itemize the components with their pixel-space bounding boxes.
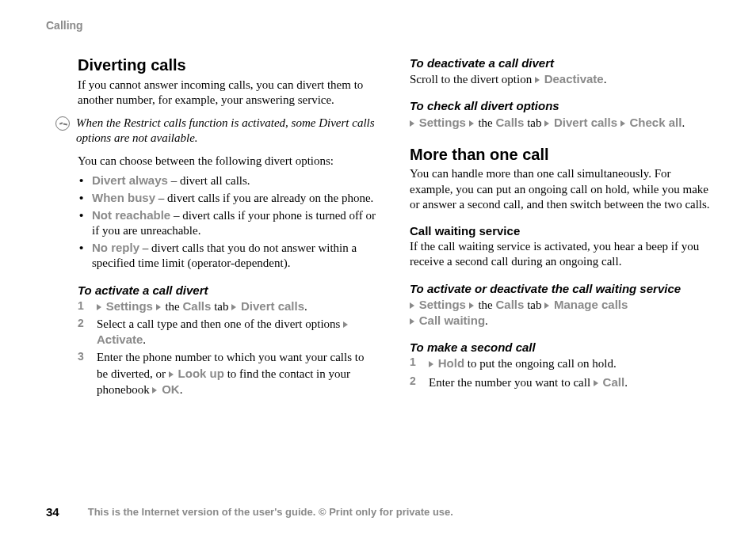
arrow-icon — [544, 302, 549, 309]
note-text: When the Restrict calls function is acti… — [76, 116, 378, 146]
text-tab: tab — [524, 116, 544, 129]
ui-look-up: Look up — [178, 367, 224, 380]
heading-to-deactivate: To deactivate a call divert — [410, 55, 710, 70]
arrow-icon — [469, 302, 474, 309]
ui-hold: Hold — [438, 356, 464, 370]
text-period: . — [682, 116, 685, 129]
ui-check-all: Check all — [630, 116, 682, 129]
section-header: Calling — [46, 19, 718, 32]
ui-call-waiting: Call waiting — [419, 314, 485, 327]
page-number: 34 — [46, 505, 59, 519]
right-column: To deactivate a call divert Scroll to th… — [410, 55, 710, 400]
divert-options-list: Divert always – divert all calls. When b… — [78, 173, 378, 272]
ui-calls-tab: Calls — [496, 116, 525, 129]
option-desc: – divert calls if you are already on the… — [155, 192, 373, 204]
arrow-icon — [410, 302, 414, 309]
text-period: . — [180, 383, 183, 396]
text-period: . — [624, 376, 628, 389]
arrow-icon — [620, 120, 625, 127]
arrow-icon — [343, 321, 348, 328]
heading-make-second-call: To make a second call — [410, 340, 710, 355]
waiting-activate-line: Settings the Calls tab Manage calls Call… — [410, 297, 710, 329]
second-call-steps: Hold to put the ongoing call on hold. En… — [410, 355, 710, 390]
arrow-icon — [594, 380, 598, 386]
arrow-icon — [156, 304, 161, 310]
ui-calls-tab: Calls — [496, 298, 525, 311]
step-text: Enter the number you want to call — [429, 376, 594, 389]
option-not-reachable: Not reachable – divert calls if your pho… — [78, 207, 378, 238]
arrow-icon — [410, 120, 414, 127]
heading-call-waiting-service: Call waiting service — [410, 223, 710, 238]
ui-divert-calls: Divert calls — [554, 116, 617, 129]
waiting-paragraph: If the call waiting service is activated… — [410, 239, 710, 269]
ui-calls-tab: Calls — [183, 299, 212, 313]
ui-ok: OK — [162, 382, 180, 396]
option-no-reply: No reply – divert calls that you do not … — [78, 240, 378, 271]
heading-activate-waiting: To activate or deactivate the call waiti… — [410, 281, 710, 296]
arrow-icon — [410, 318, 414, 325]
ui-divert-calls: Divert calls — [241, 299, 304, 313]
arrow-icon — [97, 304, 101, 310]
ui-deactivate: Deactivate — [544, 72, 604, 86]
step-text: Select a call type and then one of the d… — [97, 317, 343, 330]
ui-settings: Settings — [419, 298, 466, 311]
option-label: Divert always — [92, 173, 168, 187]
option-label: Not reachable — [92, 208, 170, 222]
step-3: Enter the phone number to which you want… — [78, 350, 378, 397]
note-restrict-calls: When the Restrict calls function is acti… — [55, 116, 378, 146]
arrow-icon — [469, 120, 474, 127]
text-tab: tab — [524, 298, 544, 311]
option-when-busy: When busy – divert calls if you are alre… — [78, 190, 378, 206]
heading-to-activate: To activate a call divert — [78, 283, 378, 298]
activate-steps: Settings the Calls tab Divert calls. Sel… — [78, 298, 378, 397]
step-text: to put the ongoing call on hold. — [464, 357, 617, 370]
arrow-icon — [169, 371, 174, 378]
deactivate-line: Scroll to the divert option Deactivate. — [410, 71, 710, 87]
ui-settings: Settings — [106, 299, 153, 313]
footer-text: This is the Internet version of the user… — [88, 506, 453, 518]
arrow-icon — [152, 387, 157, 393]
text-period: . — [604, 73, 607, 86]
intro-paragraph: If you cannot answer incoming calls, you… — [78, 78, 378, 108]
content-columns: Diverting calls If you cannot answer inc… — [38, 55, 718, 400]
option-label: No reply — [92, 241, 139, 254]
text-tab: tab — [211, 300, 231, 313]
check-all-line: Settings the Calls tab Divert calls Chec… — [410, 115, 710, 131]
options-intro: You can choose between the following div… — [78, 154, 378, 169]
ui-activate: Activate — [97, 333, 143, 346]
text-the: the — [475, 298, 496, 311]
arrow-icon — [544, 120, 549, 127]
heading-diverting-calls: Diverting calls — [78, 55, 378, 76]
text-period: . — [304, 300, 307, 313]
arrow-icon — [429, 361, 433, 367]
left-column: Diverting calls If you cannot answer inc… — [78, 55, 378, 400]
option-label: When busy — [92, 191, 155, 204]
option-desc: – divert all calls. — [168, 174, 250, 187]
ui-manage-calls: Manage calls — [554, 298, 628, 311]
deact-pre: Scroll to the divert option — [410, 73, 535, 86]
step-2: Enter the number you want to call Call. — [410, 374, 710, 390]
heading-more-than-one-call: More than one call — [410, 145, 710, 165]
arrow-icon — [231, 304, 236, 310]
text-the: the — [162, 300, 183, 313]
option-divert-always: Divert always – divert all calls. — [78, 173, 378, 188]
more-paragraph: You can handle more than one call simult… — [410, 166, 710, 212]
text-period: . — [143, 333, 146, 346]
arrow-icon — [535, 77, 540, 83]
step-1: Settings the Calls tab Divert calls. — [78, 298, 378, 314]
ui-settings: Settings — [419, 116, 466, 129]
page-footer: 34 This is the Internet version of the u… — [0, 505, 756, 519]
note-icon — [55, 116, 70, 131]
text-period: . — [485, 314, 488, 327]
ui-call: Call — [603, 375, 625, 389]
heading-to-check-all: To check all divert options — [410, 98, 710, 113]
step-1: Hold to put the ongoing call on hold. — [410, 355, 710, 371]
step-2: Select a call type and then one of the d… — [78, 317, 378, 348]
text-the: the — [475, 116, 496, 129]
